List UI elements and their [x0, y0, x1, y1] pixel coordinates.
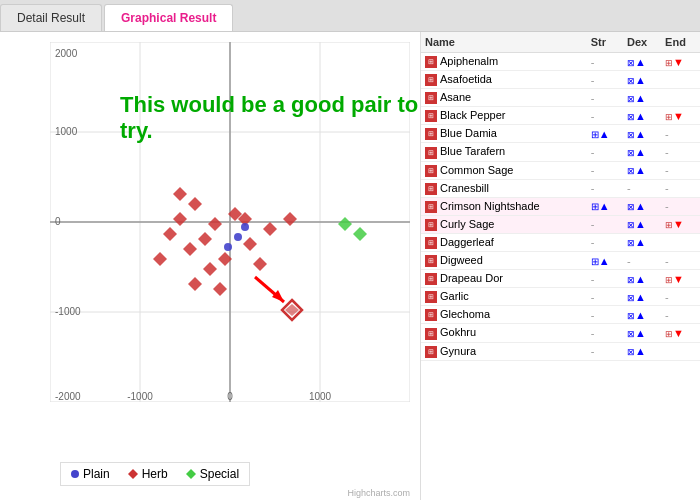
- table-row[interactable]: ⊞Asane-⊠▲: [421, 89, 700, 107]
- stat-str: -: [587, 53, 623, 71]
- tab-graphical[interactable]: Graphical Result: [104, 4, 233, 31]
- herb-icon: ⊞: [425, 56, 437, 68]
- blue-icon: ⊠: [627, 293, 635, 303]
- table-row[interactable]: ⊞Black Pepper-⊠▲⊞▼: [421, 107, 700, 125]
- table-row[interactable]: ⊞Daggerleaf-⊠▲: [421, 233, 700, 251]
- end-arrow-icon: ▼: [673, 110, 684, 122]
- herb-name: Daggerleaf: [440, 236, 494, 248]
- legend-herb: Herb: [128, 467, 168, 481]
- stat-dex: ⊠▲: [623, 306, 661, 324]
- dex-dash: -: [627, 255, 631, 267]
- end-dash: -: [665, 128, 669, 140]
- svg-text:0: 0: [55, 216, 61, 227]
- stat-dex: ⊠▲: [623, 233, 661, 251]
- tab-detail[interactable]: Detail Result: [0, 4, 102, 31]
- stat-end: ⊞▼: [661, 324, 700, 342]
- end-arrow-icon: ▼: [673, 327, 684, 339]
- dex-arrow-icon: ▲: [635, 345, 646, 357]
- herb-icon: ⊞: [425, 291, 437, 303]
- table-row[interactable]: ⊞Glechoma-⊠▲-: [421, 306, 700, 324]
- stat-str: -: [587, 324, 623, 342]
- svg-text:2000: 2000: [55, 48, 78, 59]
- table-row[interactable]: ⊞Curly Sage-⊠▲⊞▼: [421, 215, 700, 233]
- herb-name: Glechoma: [440, 308, 490, 320]
- plain-label: Plain: [83, 467, 110, 481]
- grid-icon: ⊞: [591, 256, 599, 267]
- stat-str: -: [587, 270, 623, 288]
- stat-dex: ⊠▲: [623, 215, 661, 233]
- dash: -: [591, 110, 595, 122]
- blue-icon: ⊠: [627, 166, 635, 176]
- blue-icon: ⊠: [627, 202, 635, 212]
- arrow-up-icon: ▲: [599, 200, 610, 212]
- stat-end: ⊞▼: [661, 215, 700, 233]
- end-grid-icon: ⊞: [665, 112, 673, 122]
- stat-dex: -: [623, 252, 661, 270]
- end-dash: -: [665, 255, 669, 267]
- dash: -: [591, 74, 595, 86]
- table-row[interactable]: ⊞Garlic-⊠▲-: [421, 288, 700, 306]
- legend-special: Special: [186, 467, 239, 481]
- dash: -: [591, 236, 595, 248]
- table-header-row: Name Str Dex End: [421, 32, 700, 53]
- table-row[interactable]: ⊞Gokhru-⊠▲⊞▼: [421, 324, 700, 342]
- tab-bar: Detail Result Graphical Result: [0, 0, 700, 32]
- dash: -: [591, 273, 595, 285]
- svg-text:-1000: -1000: [55, 306, 81, 317]
- table-row[interactable]: ⊞Drapeau Dor-⊠▲⊞▼: [421, 270, 700, 288]
- dash: -: [591, 164, 595, 176]
- herb-name: Digweed: [440, 254, 483, 266]
- end-dash: -: [665, 309, 669, 321]
- legend-plain: Plain: [71, 467, 110, 481]
- herb-icon: ⊞: [425, 147, 437, 159]
- scatter-chart: 0 -1000 1000 -2000 0 1000 -1000 2000: [50, 42, 410, 402]
- table-row[interactable]: ⊞Common Sage-⊠▲-: [421, 161, 700, 179]
- table-row[interactable]: ⊞Apiphenalm-⊠▲⊞▼: [421, 53, 700, 71]
- stat-dex: -: [623, 179, 661, 197]
- arrow-up-icon: ▲: [599, 128, 610, 140]
- stat-dex: ⊠▲: [623, 197, 661, 215]
- table-row[interactable]: ⊞Digweed⊞▲--: [421, 252, 700, 270]
- dex-arrow-icon: ▲: [635, 74, 646, 86]
- blue-icon: ⊠: [627, 94, 635, 104]
- special-label: Special: [200, 467, 239, 481]
- herb-icon: ⊞: [425, 346, 437, 358]
- col-str: Str: [587, 32, 623, 53]
- table-row[interactable]: ⊞Asafoetida-⊠▲: [421, 71, 700, 89]
- end-dash: -: [665, 291, 669, 303]
- table-row[interactable]: ⊞Blue Damia⊞▲⊠▲-: [421, 125, 700, 143]
- dex-arrow-icon: ▲: [635, 92, 646, 104]
- herb-icon: ⊞: [425, 309, 437, 321]
- stat-dex: ⊠▲: [623, 270, 661, 288]
- table-row[interactable]: ⊞Blue Tarafern-⊠▲-: [421, 143, 700, 161]
- herb-icon: ⊞: [425, 255, 437, 267]
- stat-end: -: [661, 252, 700, 270]
- stat-end: [661, 89, 700, 107]
- svg-marker-44: [128, 469, 138, 479]
- chart-legend: Plain Herb Special: [60, 462, 250, 486]
- stat-dex: ⊠▲: [623, 342, 661, 360]
- stat-dex: ⊠▲: [623, 71, 661, 89]
- svg-text:1000: 1000: [309, 391, 332, 402]
- herb-name: Gynura: [440, 345, 476, 357]
- svg-point-36: [224, 243, 232, 251]
- highcharts-credit: Highcharts.com: [347, 488, 410, 498]
- stat-str: ⊞▲: [587, 252, 623, 270]
- svg-point-37: [241, 223, 249, 231]
- table-row[interactable]: ⊞Gynura-⊠▲: [421, 342, 700, 360]
- dash: -: [591, 92, 595, 104]
- herb-name: Crimson Nightshade: [440, 200, 540, 212]
- dex-arrow-icon: ▲: [635, 291, 646, 303]
- table-row[interactable]: ⊞Crimson Nightshade⊞▲⊠▲-: [421, 197, 700, 215]
- herb-icon: ⊞: [425, 183, 437, 195]
- dex-dash: -: [627, 182, 631, 194]
- end-grid-icon: ⊞: [665, 329, 673, 339]
- table-row[interactable]: ⊞Cranesbill---: [421, 179, 700, 197]
- herb-name: Blue Tarafern: [440, 145, 505, 157]
- dash: -: [591, 345, 595, 357]
- herb-table[interactable]: Name Str Dex End ⊞Apiphenalm-⊠▲⊞▼⊞Asafoe…: [420, 32, 700, 500]
- stat-dex: ⊠▲: [623, 107, 661, 125]
- dash: -: [591, 291, 595, 303]
- stat-str: -: [587, 306, 623, 324]
- blue-icon: ⊠: [627, 275, 635, 285]
